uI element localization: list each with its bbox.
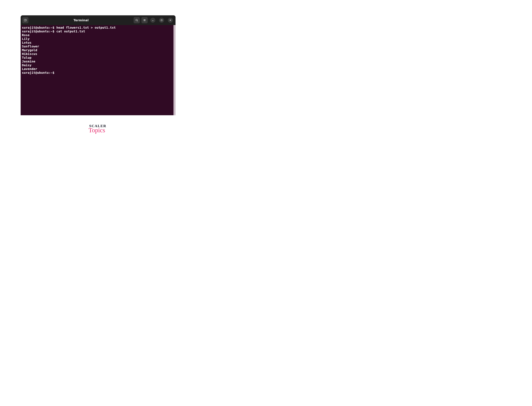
- new-tab-button[interactable]: [22, 17, 28, 23]
- output-line: Tulup: [22, 56, 174, 59]
- output-line: Lotus: [22, 41, 174, 44]
- output-line: Daisy: [22, 63, 174, 67]
- svg-rect-0: [24, 19, 26, 21]
- new-tab-icon: [24, 19, 27, 22]
- output-line: Hibiscus: [22, 52, 174, 56]
- titlebar: Terminal: [21, 15, 175, 25]
- prompt: surajit@ubuntu:~$: [22, 71, 56, 74]
- brand-logo: SCALER Topics: [88, 124, 107, 133]
- window-title: Terminal: [74, 18, 89, 22]
- scrollbar[interactable]: [174, 25, 175, 115]
- terminal-body[interactable]: surajit@ubuntu:~$ head flowers1.txt > ou…: [21, 25, 175, 115]
- brand-line-2: Topics: [87, 127, 106, 133]
- output-line: Jasmine: [22, 59, 174, 63]
- svg-point-3: [136, 19, 137, 21]
- command-text: cat output1.txt: [56, 29, 85, 33]
- output-line: Sunflower: [22, 44, 174, 48]
- hamburger-icon: [143, 19, 146, 22]
- output-line: Lavender: [22, 67, 174, 71]
- search-button[interactable]: [133, 17, 140, 23]
- close-icon: [169, 19, 171, 21]
- terminal-window: Terminal: [21, 15, 175, 115]
- command-line: surajit@ubuntu:~$ cat output1.txt: [22, 29, 174, 33]
- minimize-button[interactable]: [150, 18, 155, 23]
- output-line: Marygold: [22, 48, 174, 52]
- prompt: surajit@ubuntu:~$: [22, 26, 56, 29]
- menu-button[interactable]: [141, 17, 148, 23]
- minimize-icon: [152, 19, 154, 21]
- output-line: Lily: [22, 37, 174, 41]
- svg-line-4: [137, 21, 138, 21]
- maximize-icon: [161, 19, 163, 21]
- command-line: surajit@ubuntu:~$: [22, 71, 174, 74]
- close-button[interactable]: [168, 18, 173, 23]
- search-icon: [135, 19, 138, 22]
- command-text: head flowers1.txt > output1.txt: [56, 26, 116, 29]
- output-line: Rose: [22, 33, 174, 37]
- maximize-button[interactable]: [159, 18, 164, 23]
- prompt: surajit@ubuntu:~$: [22, 29, 56, 33]
- svg-rect-9: [161, 20, 162, 21]
- command-line: surajit@ubuntu:~$ head flowers1.txt > ou…: [22, 26, 174, 29]
